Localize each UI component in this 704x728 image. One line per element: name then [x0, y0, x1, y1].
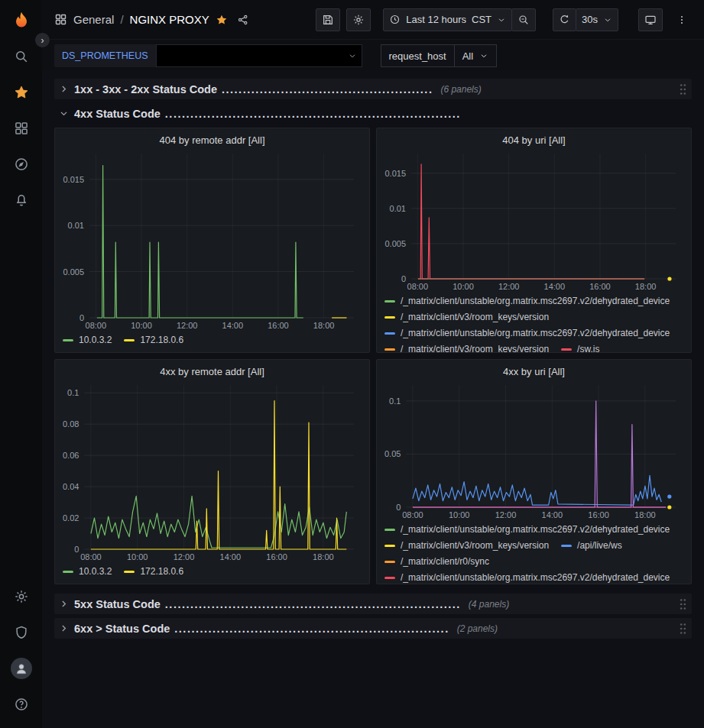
- svg-text:10:00: 10:00: [453, 282, 474, 291]
- save-dashboard-button[interactable]: [316, 8, 340, 31]
- legend-series-label: /_matrix/client/v3/room_keys/version: [401, 341, 549, 352]
- legend-series-color: [561, 545, 572, 547]
- legend-item[interactable]: /_matrix/client/unstable/org.matrix.msc2…: [384, 570, 670, 584]
- row-title-leader-dots: ........................................…: [165, 108, 461, 120]
- variable-label-request-host: request_host: [381, 44, 455, 67]
- refresh-interval-label: 30s: [582, 14, 598, 25]
- starred-dashboards-icon[interactable]: [0, 74, 42, 110]
- dashboard-grid-icon: [54, 13, 67, 26]
- row-title: 1xx - 3xx - 2xx Status Code: [74, 83, 217, 95]
- row-6xx-status-code[interactable]: 6xx > Status Code ......................…: [54, 618, 692, 639]
- legend-series-label: /api/live/ws: [577, 538, 622, 554]
- legend-series-color: [63, 339, 73, 341]
- time-series-chart[interactable]: 08:0010:0012:0014:0016:0018:0000.050.1: [378, 380, 686, 521]
- time-range-picker-button[interactable]: Last 12 hours CST: [383, 8, 512, 31]
- panel-title[interactable]: 4xx by remote addr [All]: [55, 360, 369, 379]
- dashboard-settings-button[interactable]: [346, 8, 371, 31]
- grafana-logo-icon[interactable]: [0, 5, 42, 38]
- row-title: 5xx Status Code: [74, 598, 161, 610]
- legend-item[interactable]: 172.18.0.6: [124, 564, 183, 580]
- row-1xx-3xx-2xx-status-code[interactable]: 1xx - 3xx - 2xx Status Code ............…: [54, 79, 692, 99]
- refresh-interval-select[interactable]: 30s: [576, 8, 618, 31]
- row-title-leader-dots: ........................................…: [165, 598, 461, 610]
- datasource-variable: DS_PROMETHEUS: [54, 44, 362, 67]
- legend-item[interactable]: 10.0.3.2: [63, 564, 112, 580]
- chart-legend: /_matrix/client/unstable/org.matrix.msc2…: [377, 293, 691, 352]
- tv-kiosk-mode-button[interactable]: [638, 8, 663, 31]
- time-series-chart[interactable]: 08:0010:0012:0014:0016:0018:0000.020.040…: [57, 380, 365, 563]
- svg-text:0.005: 0.005: [63, 267, 84, 277]
- legend-series-label: /_matrix/client/unstable/org.matrix.msc2…: [401, 293, 670, 309]
- legend-item[interactable]: /sw.js: [561, 341, 599, 352]
- legend-series-color: [384, 348, 395, 351]
- dashboards-icon[interactable]: [0, 110, 42, 146]
- row-title: 4xx Status Code: [74, 108, 161, 120]
- legend-item[interactable]: /_matrix/client/unstable/org.matrix.msc2…: [384, 293, 670, 309]
- svg-text:18:00: 18:00: [313, 321, 335, 330]
- legend-item[interactable]: /_matrix/client/unstable/org.matrix.msc2…: [384, 522, 670, 538]
- legend-item[interactable]: /_matrix/client/unstable/org.matrix.msc2…: [384, 325, 670, 341]
- svg-text:08:00: 08:00: [86, 321, 107, 330]
- svg-text:14:00: 14:00: [220, 552, 242, 561]
- help-icon[interactable]: [0, 686, 42, 722]
- legend-series-label: /_matrix/client/unstable/org.matrix.msc2…: [401, 325, 670, 341]
- row-5xx-status-code[interactable]: 5xx Status Code ........................…: [54, 594, 692, 614]
- svg-text:10:00: 10:00: [131, 321, 152, 330]
- variables-bar: DS_PROMETHEUS request_host All: [42, 40, 704, 70]
- legend-series-color: [384, 529, 395, 531]
- row-drag-handle-icon[interactable]: [680, 598, 686, 610]
- legend-series-label: 172.18.0.6: [140, 332, 183, 348]
- breadcrumb-dashboard-title[interactable]: NGINX PROXY: [130, 13, 209, 26]
- svg-text:08:00: 08:00: [402, 510, 423, 519]
- profile-avatar[interactable]: [0, 650, 42, 686]
- legend-item[interactable]: /_matrix/client/v3/room_keys/version: [384, 341, 549, 352]
- row-drag-handle-icon[interactable]: [680, 83, 686, 95]
- sidebar-nav-top: [0, 38, 42, 218]
- svg-text:0.015: 0.015: [63, 175, 84, 184]
- datasource-select[interactable]: [156, 44, 362, 67]
- legend-item[interactable]: /_matrix/client/v3/room_keys/version: [384, 538, 549, 554]
- panel-title[interactable]: 404 by remote addr [All]: [55, 128, 369, 147]
- legend-series-color: [384, 561, 395, 563]
- legend-series-label: 10.0.3.2: [79, 332, 112, 348]
- alerting-bell-icon[interactable]: [0, 182, 42, 218]
- server-admin-shield-icon[interactable]: [0, 614, 42, 650]
- legend-item[interactable]: /_matrix/client/r0/sync: [384, 554, 489, 570]
- chart-legend: 10.0.3.2172.18.0.6: [55, 332, 369, 352]
- settings-gear-icon[interactable]: [0, 578, 42, 614]
- svg-text:0.01: 0.01: [68, 221, 84, 230]
- legend-series-color: [384, 316, 395, 319]
- row-drag-handle-icon[interactable]: [680, 623, 686, 635]
- legend-item[interactable]: 172.18.0.6: [124, 332, 183, 348]
- time-series-chart[interactable]: 08:0010:0012:0014:0016:0018:0000.0050.01…: [57, 149, 365, 332]
- legend-series-color: [124, 571, 135, 573]
- time-series-chart[interactable]: 08:0010:0012:0014:0016:0018:0000.0050.01…: [378, 149, 686, 293]
- panel-title[interactable]: 4xx by uri [All]: [377, 360, 691, 379]
- sidebar-nav-bottom: [0, 578, 42, 722]
- sidebar-expand-toggle[interactable]: ›: [34, 32, 50, 48]
- kebab-menu-icon[interactable]: [670, 8, 693, 31]
- legend-series-color: [384, 332, 395, 335]
- legend-item[interactable]: /api/live/ws: [561, 538, 622, 554]
- legend-item[interactable]: /_matrix/client/v3/room_keys/version: [384, 309, 549, 325]
- breadcrumb-folder[interactable]: General: [73, 13, 114, 26]
- svg-text:0.01: 0.01: [390, 204, 406, 213]
- request-host-select[interactable]: All: [454, 44, 497, 67]
- panel-title[interactable]: 404 by uri [All]: [377, 128, 691, 147]
- breadcrumb: General / NGINX PROXY: [54, 13, 249, 26]
- svg-text:0.08: 0.08: [63, 419, 79, 429]
- legend-item[interactable]: 10.0.3.2: [63, 332, 112, 348]
- row-title-leader-dots: ........................................…: [174, 623, 449, 635]
- favorite-star-icon[interactable]: [216, 14, 228, 26]
- chevron-down-icon: [59, 108, 69, 118]
- breadcrumb-separator: /: [120, 13, 123, 26]
- row-title-leader-dots: ........................................…: [222, 83, 433, 95]
- refresh-button[interactable]: [553, 8, 576, 31]
- share-icon[interactable]: [237, 14, 249, 26]
- svg-text:12:00: 12:00: [177, 321, 198, 330]
- explore-compass-icon[interactable]: [0, 146, 42, 182]
- row-4xx-status-code[interactable]: 4xx Status Code ........................…: [54, 103, 692, 124]
- zoom-out-button[interactable]: [511, 8, 536, 31]
- refresh-controls: 30s: [553, 8, 618, 31]
- svg-text:18:00: 18:00: [313, 552, 334, 561]
